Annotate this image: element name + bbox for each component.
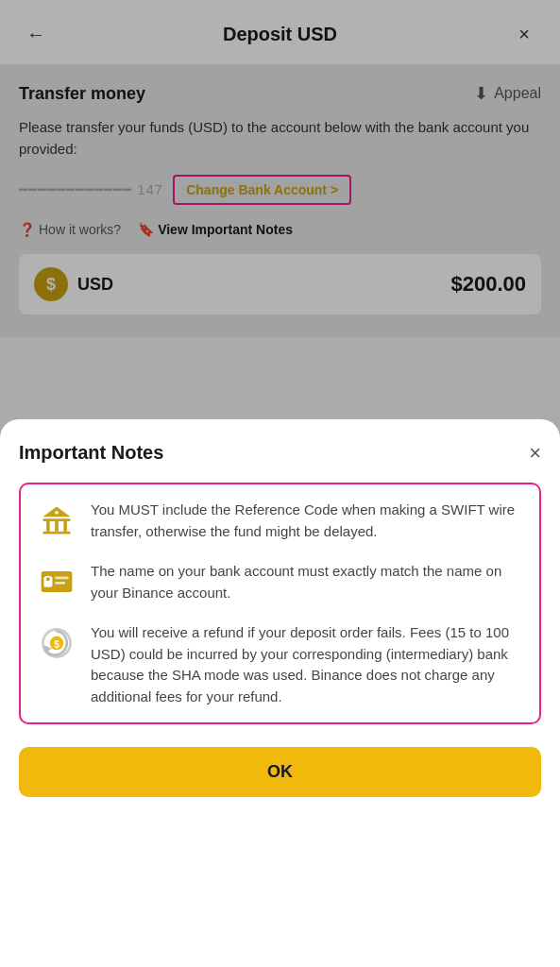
svg-rect-10 xyxy=(55,582,65,585)
svg-text:$: $ xyxy=(54,639,59,650)
svg-rect-9 xyxy=(55,577,69,580)
ok-button[interactable]: OK xyxy=(19,747,541,797)
note-item-1: You MUST include the Reference Code when… xyxy=(36,500,524,542)
svg-rect-1 xyxy=(42,532,70,534)
svg-point-6 xyxy=(55,511,59,515)
note-text-1: You MUST include the Reference Code when… xyxy=(91,500,524,542)
note-item-3: $ You will receive a refund if your depo… xyxy=(36,622,524,707)
bank-icon xyxy=(36,500,77,541)
svg-point-11 xyxy=(45,577,50,582)
notes-container: You MUST include the Reference Code when… xyxy=(19,483,541,724)
modal-header: Important Notes × xyxy=(19,442,541,464)
note-text-3: You will receive a refund if your deposi… xyxy=(91,622,524,707)
modal-close-button[interactable]: × xyxy=(529,443,541,464)
svg-rect-3 xyxy=(46,521,50,532)
note-item-2: The name on your bank account must exact… xyxy=(36,561,524,603)
svg-rect-5 xyxy=(63,521,67,532)
svg-rect-4 xyxy=(55,521,59,532)
id-card-icon xyxy=(36,561,77,602)
refund-icon: $ xyxy=(36,622,77,664)
svg-rect-0 xyxy=(42,518,70,521)
note-text-2: The name on your bank account must exact… xyxy=(91,561,524,603)
modal-title: Important Notes xyxy=(19,442,163,464)
important-notes-modal: Important Notes × xyxy=(0,419,560,967)
modal-overlay: Important Notes × xyxy=(0,0,560,967)
